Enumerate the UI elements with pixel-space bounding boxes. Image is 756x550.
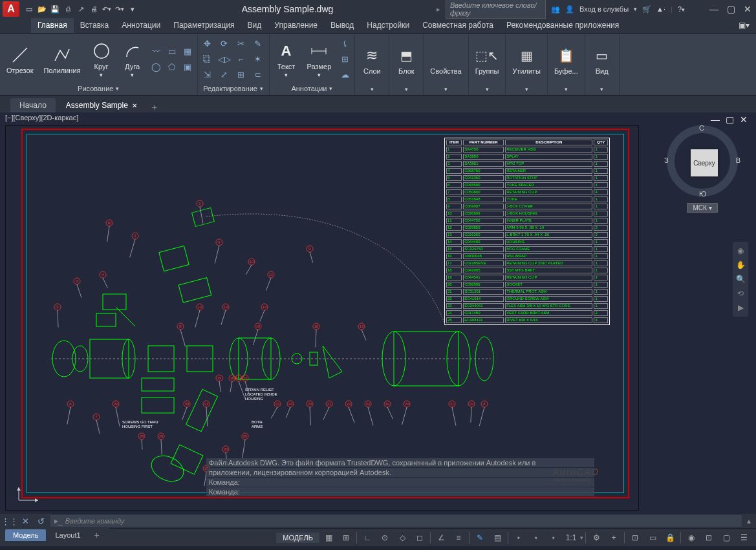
layers-button[interactable]: ≋Слои bbox=[358, 44, 386, 76]
clip-button[interactable]: 📋Буфе... bbox=[550, 44, 582, 76]
cmd-handle-icon[interactable]: ⋮⋮ bbox=[3, 514, 17, 528]
share-icon[interactable]: ↗ bbox=[75, 3, 87, 15]
panel-layers-expand[interactable]: ▾ bbox=[358, 85, 386, 94]
transparency-icon[interactable]: ▤ bbox=[489, 531, 506, 545]
panel-annot-title[interactable]: Аннотации ▾ bbox=[272, 83, 352, 94]
hwacc-icon[interactable]: ⊡ bbox=[700, 531, 717, 545]
tab-view[interactable]: Вид bbox=[241, 18, 268, 33]
tab-featured[interactable]: Рекомендованные приложения bbox=[500, 18, 625, 33]
block-button[interactable]: ⬒Блок bbox=[392, 44, 420, 76]
polygon-icon[interactable]: ⬠ bbox=[165, 60, 179, 74]
app-logo[interactable]: A bbox=[3, 1, 19, 17]
wcs-button[interactable]: МСК ▾ bbox=[687, 203, 717, 213]
cmd-recent-icon[interactable]: ✕ bbox=[18, 514, 32, 528]
drawing-canvas[interactable]: ITEMPART NUMBERDESCRIPTIONQTY 1SA4750REC… bbox=[5, 125, 639, 511]
rect-icon[interactable]: ▭ bbox=[165, 45, 179, 59]
cleanscreen-icon[interactable]: ▢ bbox=[718, 531, 735, 545]
help-icon[interactable]: ?▾ bbox=[678, 5, 685, 13]
tab-collab[interactable]: Совместная работа bbox=[416, 18, 500, 33]
leader-icon[interactable]: ⤹ bbox=[338, 37, 352, 51]
panel-view-expand[interactable]: ▾ bbox=[588, 85, 616, 94]
autodesk-app-icon[interactable]: ▲· bbox=[656, 5, 665, 13]
quickprops-icon[interactable]: ▭ bbox=[644, 531, 661, 545]
hatch-icon[interactable]: ▦ bbox=[180, 45, 195, 59]
units-icon[interactable]: ⊡ bbox=[627, 531, 643, 545]
new-icon[interactable]: ▭ bbox=[23, 3, 35, 15]
nav-pan-icon[interactable]: ✋ bbox=[734, 259, 747, 271]
panel-block-expand[interactable]: ▾ bbox=[392, 85, 420, 94]
panel-props-expand[interactable]: ▾ bbox=[426, 85, 465, 94]
copy-icon[interactable]: ⿻ bbox=[200, 52, 215, 67]
explode-icon[interactable]: ✶ bbox=[251, 52, 265, 67]
redo-icon[interactable]: ↷▾ bbox=[114, 3, 125, 15]
stretch-icon[interactable]: ⇲ bbox=[200, 68, 215, 82]
polar-icon[interactable]: ⊙ bbox=[376, 531, 393, 545]
plot-icon[interactable]: 🖨 bbox=[88, 3, 100, 15]
array-icon[interactable]: ⊞ bbox=[234, 68, 248, 82]
view-button[interactable]: ▭Вид bbox=[588, 44, 616, 76]
autoscale-icon[interactable]: ⋆ bbox=[545, 531, 562, 545]
snap-icon[interactable]: ⊞ bbox=[338, 531, 354, 545]
close-tab-icon[interactable]: ✕ bbox=[132, 102, 137, 109]
annoscale-icon[interactable]: ⋆ bbox=[510, 531, 527, 545]
add-tab-button[interactable]: + bbox=[147, 102, 162, 112]
props-button[interactable]: Свойства bbox=[426, 44, 465, 76]
tab-annotate[interactable]: Аннотации bbox=[115, 18, 167, 33]
lockui-icon[interactable]: 🔒 bbox=[662, 531, 678, 545]
vc-south[interactable]: Ю bbox=[699, 190, 706, 198]
tab-manage[interactable]: Управление bbox=[268, 18, 324, 33]
otrack-icon[interactable]: ∠ bbox=[433, 531, 449, 545]
viewcube[interactable]: Сверху С Ю З В bbox=[667, 125, 738, 196]
annovis-icon[interactable]: ⋆ bbox=[528, 531, 545, 545]
dyninput-icon[interactable]: ✎ bbox=[471, 531, 488, 545]
cmd-customize-icon[interactable]: ↺ bbox=[34, 514, 48, 528]
file-tab-active[interactable]: Assembly Sample✕ bbox=[57, 98, 146, 112]
erase-icon[interactable]: ✎ bbox=[251, 37, 265, 51]
tab-insert[interactable]: Вставка bbox=[74, 18, 116, 33]
lineweight-icon[interactable]: ≡ bbox=[450, 531, 467, 545]
modelspace-button[interactable]: МОДЕЛЬ bbox=[276, 533, 319, 543]
panel-draw-title[interactable]: Рисование ▾ bbox=[3, 83, 195, 94]
panel-clip-expand[interactable]: ▾ bbox=[550, 85, 582, 94]
panel-groups-expand[interactable]: ▾ bbox=[471, 85, 503, 94]
undo-icon[interactable]: ↶▾ bbox=[101, 3, 113, 15]
tab-parametric[interactable]: Параметризация bbox=[167, 18, 241, 33]
circle-button[interactable]: Круг▾ bbox=[87, 39, 116, 79]
rotate-icon[interactable]: ⟳ bbox=[217, 37, 232, 51]
ellipse-icon[interactable]: ◯ bbox=[149, 60, 164, 74]
workspace-icon[interactable]: ⚙ bbox=[588, 531, 605, 545]
nav-zoom-icon[interactable]: 🔍 bbox=[734, 273, 747, 286]
move-icon[interactable]: ✥ bbox=[200, 37, 215, 51]
signin-label[interactable]: Вход в службы bbox=[579, 5, 629, 13]
command-input[interactable]: ▸_Введите команду bbox=[50, 515, 742, 527]
stay-connected-icon[interactable]: 👥 bbox=[551, 5, 560, 14]
start-tab[interactable]: Начало bbox=[10, 98, 56, 112]
iso-icon[interactable]: ◇ bbox=[394, 531, 411, 545]
tab-addins[interactable]: Надстройки bbox=[360, 18, 416, 33]
viewport-label[interactable]: [−][Сверху][2D-каркас] bbox=[5, 114, 78, 122]
panel-utils-expand[interactable]: ▾ bbox=[508, 85, 545, 94]
layout1-tab[interactable]: Layout1 bbox=[47, 529, 88, 541]
signin-icon[interactable]: 👤 bbox=[565, 5, 574, 14]
vc-east[interactable]: В bbox=[736, 156, 740, 164]
vc-north[interactable]: С bbox=[699, 124, 704, 132]
close-button[interactable]: ✕ bbox=[742, 3, 753, 15]
trim-icon[interactable]: ✂ bbox=[234, 37, 248, 51]
tab-home[interactable]: Главная bbox=[31, 18, 74, 33]
offset-icon[interactable]: ⊂ bbox=[251, 68, 265, 82]
cart-icon[interactable]: 🛒 bbox=[642, 5, 651, 14]
minimize-button[interactable]: — bbox=[708, 3, 720, 15]
isolate-icon[interactable]: ◉ bbox=[683, 531, 700, 545]
text-button[interactable]: AТекст▾ bbox=[272, 39, 301, 79]
maximize-button[interactable]: ▢ bbox=[725, 3, 737, 15]
saveall-icon[interactable]: ⎙ bbox=[62, 3, 74, 15]
panel-modify-title[interactable]: Редактирование ▾ bbox=[200, 83, 266, 94]
tab-output[interactable]: Вывод bbox=[324, 18, 360, 33]
fillet-icon[interactable]: ⌐ bbox=[234, 52, 248, 67]
arc-button[interactable]: Дуга▾ bbox=[118, 39, 147, 79]
scale-icon[interactable]: ⤢ bbox=[217, 68, 232, 82]
nav-orbit-icon[interactable]: ⟲ bbox=[734, 287, 747, 300]
polyline-button[interactable]: Полилиния bbox=[39, 43, 84, 76]
utils-button[interactable]: ▦Утилиты bbox=[508, 44, 545, 76]
nav-showmotion-icon[interactable]: ▶ bbox=[734, 301, 747, 314]
